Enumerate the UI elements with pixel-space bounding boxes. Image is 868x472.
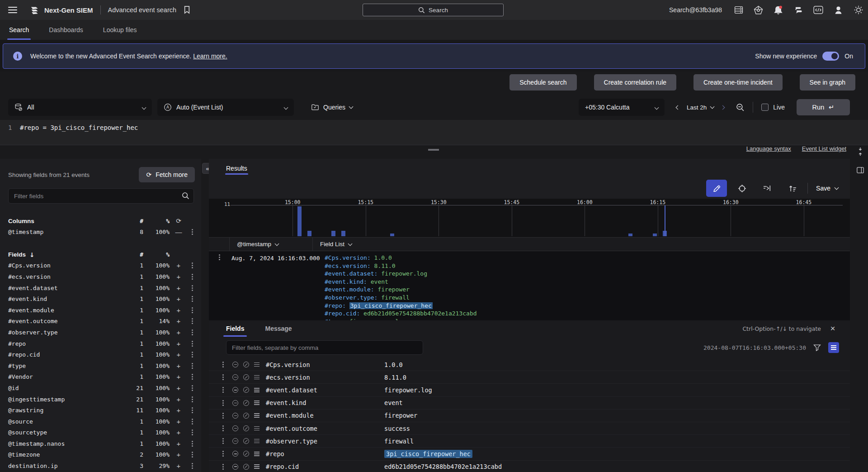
add-field-button[interactable]: + [170,306,188,314]
field-menu-icon[interactable] [188,343,197,344]
exclude-filter-icon[interactable] [232,400,243,406]
funnel-icon[interactable] [813,344,821,351]
field-list-view-button[interactable] [828,342,839,353]
filter-fields-input[interactable] [8,188,194,204]
field-row[interactable]: @timestamp8100%— [0,226,201,238]
histogram-bar[interactable] [653,234,657,236]
detail-field-row[interactable]: #event.modulefirepower [209,410,850,422]
tab-dashboards[interactable]: Dashboards [49,20,83,40]
add-field-button[interactable]: + [170,451,188,458]
event-list[interactable]: Aug. 7, 2024 16:16:03.000 #Cps.version: … [209,251,850,320]
field-row[interactable]: @ingesttimestamp21100%+ [0,394,201,405]
event-histogram[interactable]: 11 15:0015:1515:3015:4516:0016:1516:3016… [209,199,850,238]
exclude-filter-icon[interactable] [232,464,243,470]
field-row[interactable]: #event.module1100%+ [0,305,201,316]
field-menu-icon[interactable] [188,265,197,266]
field-row[interactable]: #event.outcome114%+ [0,316,201,327]
live-checkbox[interactable]: Live [761,104,785,111]
see-in-graph-button[interactable]: See in graph [800,74,855,91]
detail-field-row[interactable]: #event.kindevent [209,397,850,410]
field-menu-icon[interactable] [188,387,197,389]
tab-fields[interactable]: Fields [226,320,244,337]
theme-toggle-icon[interactable] [854,5,863,15]
field-menu-icon[interactable] [188,421,197,422]
event-list-widget-link[interactable]: Event List widget [802,145,846,152]
field-menu-icon[interactable] [188,354,197,355]
field-menu-icon[interactable] [188,376,197,377]
add-field-button[interactable]: + [170,317,188,325]
row-menu-icon[interactable] [222,453,232,454]
field-menu-icon[interactable] [188,231,197,233]
field-row[interactable]: #ecs.version1100%+ [0,271,201,282]
timezone-select[interactable]: +05:30 Calcutta [579,99,665,116]
row-menu-icon[interactable] [222,440,232,442]
add-field-button[interactable]: + [170,351,188,358]
field-row[interactable]: @id21100%+ [0,382,201,394]
add-to-table-icon[interactable] [254,464,266,469]
edit-query-button[interactable] [706,180,727,197]
include-filter-icon[interactable] [243,362,254,367]
field-row[interactable]: @timestamp.nanos1100%+ [0,438,201,449]
tab-message[interactable]: Message [265,320,292,337]
add-field-button[interactable]: + [170,295,188,303]
field-menu-icon[interactable] [188,443,197,444]
row-menu-icon[interactable] [222,377,232,378]
field-list-column-header[interactable]: Field List [313,238,850,251]
field-row[interactable]: #repo.cid1100%+ [0,349,201,360]
field-row[interactable]: @sourcetype1100%+ [0,427,201,439]
detail-field-row[interactable]: #repo.cided6b21d05e754288bb4702e1a213cab… [209,461,850,472]
drag-handle-icon[interactable] [428,149,439,151]
learn-more-link[interactable]: Learn more. [193,52,227,60]
detail-field-row[interactable]: #event.outcomesuccess [209,422,850,435]
field-menu-icon[interactable] [188,310,197,311]
add-to-table-icon[interactable] [254,400,266,405]
field-menu-icon[interactable] [188,298,197,300]
detail-field-row[interactable]: #ecs.version8.11.0 [209,371,850,384]
detail-field-row[interactable]: #Cps.version1.0.0 [209,358,850,371]
field-menu-icon[interactable] [188,287,197,289]
add-field-button[interactable]: + [170,329,188,336]
field-row[interactable]: #event.dataset1100%+ [0,282,201,294]
user-icon[interactable] [834,5,843,15]
zoom-out-icon[interactable] [736,103,745,112]
row-menu-icon[interactable] [222,402,232,404]
create-one-time-incident-button[interactable]: Create one-time incident [693,74,783,91]
field-row[interactable]: destination.ip329%+ [0,460,201,472]
crosshair-button[interactable] [731,180,752,197]
add-field-button[interactable]: + [170,418,188,425]
histogram-bar[interactable] [390,234,394,236]
field-row[interactable]: #observer.type1100%+ [0,327,201,338]
query-editor[interactable]: 1 #repo = 3pi_cisco_firepower_hec [0,120,868,145]
exclude-filter-icon[interactable] [232,438,243,444]
detail-filter-input[interactable] [226,340,423,355]
field-menu-icon[interactable] [188,320,197,322]
row-menu-icon[interactable] [222,415,232,416]
add-field-button[interactable]: + [170,396,188,403]
row-menu-icon[interactable] [222,364,232,365]
histogram-bar[interactable] [628,234,632,236]
detail-field-row[interactable]: #repo3pi_cisco_firepower_hec [209,448,850,460]
field-menu-icon[interactable] [188,399,197,400]
add-to-table-icon[interactable] [254,439,266,444]
field-row[interactable]: #Cps.version1100%+ [0,260,201,272]
histogram-bar[interactable] [331,231,335,236]
exclude-filter-icon[interactable] [232,451,243,457]
histogram-bar[interactable] [307,231,311,236]
include-filter-icon[interactable] [243,451,254,457]
histogram-bar[interactable] [341,231,345,236]
tab-results[interactable]: Results [226,159,247,178]
exclude-filter-icon[interactable] [232,362,243,367]
row-menu-icon[interactable] [222,428,232,429]
field-menu-icon[interactable] [188,432,197,433]
row-menu-icon[interactable] [219,257,220,258]
field-row[interactable]: #event.kind1100%+ [0,293,201,305]
view-mode-select[interactable]: A Auto (Event List) [157,99,294,116]
tab-lookup-files[interactable]: Lookup files [103,20,137,40]
exclude-filter-icon[interactable] [232,374,243,380]
jump-to-end-button[interactable] [757,180,778,197]
store-icon[interactable] [754,5,763,15]
refresh-columns-icon[interactable]: ⟳ [170,217,188,224]
include-filter-icon[interactable] [243,400,254,406]
exclude-filter-icon[interactable] [232,413,243,419]
add-field-button[interactable]: + [170,406,188,414]
